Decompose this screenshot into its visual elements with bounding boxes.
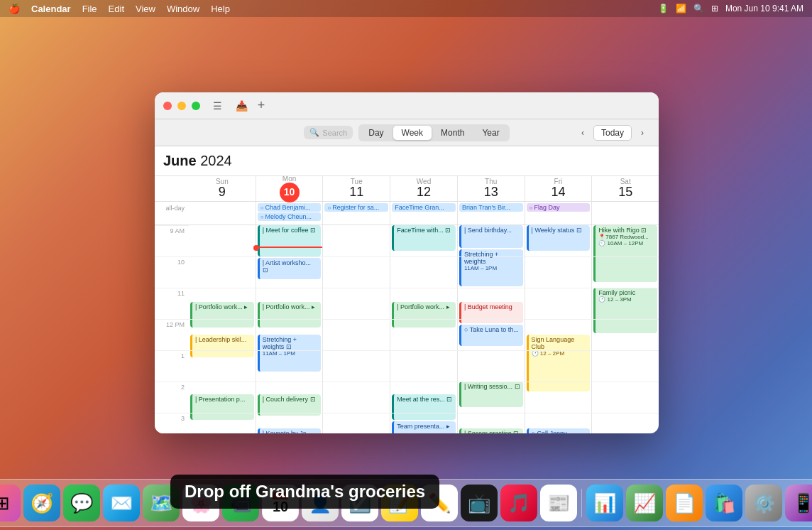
day-num-thu: 13: [484, 185, 498, 200]
event-sun-presentation[interactable]: | Presentation p...: [190, 394, 254, 420]
event-sat-hike[interactable]: Hike with Rigo ⊡ 📍7867 Redwood... 🕙 10AM…: [593, 225, 657, 282]
allday-event-brian[interactable]: Brian Tran's Bir...: [459, 203, 523, 212]
event-fri-weekly[interactable]: | Weekly status ⊡: [527, 225, 591, 251]
tab-day[interactable]: Day: [360, 126, 392, 140]
allday-event-register[interactable]: Register for sa...: [324, 203, 388, 212]
event-thu-budget[interactable]: | Budget meeting: [459, 302, 523, 323]
day-header-fri: Fri 14: [525, 176, 593, 201]
event-sat-picnic[interactable]: Family picnic 🕐 12 – 3PM: [593, 288, 657, 333]
messages-icon[interactable]: 💬: [63, 485, 100, 521]
menubar-control-center[interactable]: ⊞: [711, 4, 718, 13]
safari-icon[interactable]: 🧭: [23, 485, 60, 521]
event-label: | Portfolio work... ▸: [195, 303, 251, 310]
news-icon[interactable]: 📰: [540, 485, 577, 521]
music-icon[interactable]: 🎵: [500, 485, 537, 521]
iphone-icon[interactable]: 📱: [785, 485, 812, 521]
menu-help[interactable]: Help: [211, 4, 230, 14]
allday-event-facetime[interactable]: FaceTime Gran...: [392, 203, 456, 212]
menubar-search[interactable]: 🔍: [693, 4, 704, 13]
event-fri-jenny[interactable]: ○ Call Jenny: [527, 428, 591, 433]
allday-event-melody[interactable]: Melody Cheun...: [258, 212, 322, 221]
close-button[interactable]: [163, 102, 172, 110]
month-year: June 2024: [163, 153, 232, 169]
tab-week[interactable]: Week: [393, 126, 432, 140]
menu-window[interactable]: Window: [167, 4, 199, 14]
allday-sat: [592, 202, 659, 225]
prev-button[interactable]: ‹: [575, 125, 591, 141]
event-wed-meet[interactable]: Meet at the res... ⊡: [392, 394, 456, 420]
keynote-icon[interactable]: 📊: [586, 485, 623, 521]
sidebar-toggle[interactable]: ☰: [210, 99, 224, 113]
grid-col-thu: | Send birthday... Stretching + weights …: [458, 225, 525, 433]
appstore-icon[interactable]: 🛍️: [706, 485, 742, 521]
systemprefs-icon[interactable]: ⚙️: [745, 485, 782, 521]
add-event-button[interactable]: +: [254, 99, 268, 113]
event-thu-stretching[interactable]: Stretching + weights 11AM – 1PM: [459, 249, 523, 286]
launchpad-icon[interactable]: ⊞: [0, 485, 21, 521]
event-sub: 🕐 12 – 3PM: [598, 296, 654, 303]
day-num-tue: 11: [349, 185, 363, 200]
event-mon-couch[interactable]: | Couch delivery ⊡: [258, 394, 322, 416]
event-thu-soccer[interactable]: | Soccer practice ⊡: [459, 428, 523, 433]
time-12pm: 12 PM: [155, 319, 189, 350]
day-num-fri: 14: [551, 185, 565, 200]
toolbar: 🔍 Search Day Week Month Year ‹ Today ›: [155, 119, 659, 146]
time-11: 11: [155, 288, 189, 319]
tab-month[interactable]: Month: [432, 126, 473, 140]
event-label: Stretching + weights: [464, 251, 520, 265]
event-mon-keynote[interactable]: | Keynote by Ja... ⊡: [258, 428, 322, 433]
event-label: ○ Take Luna to th...: [464, 326, 520, 333]
menu-view[interactable]: View: [136, 4, 155, 14]
appletv-icon[interactable]: 📺: [461, 485, 498, 521]
minimize-button[interactable]: [177, 102, 186, 110]
event-label: ○ Call Jenny: [532, 430, 588, 433]
event-fri-signlang[interactable]: Sign Language Club 🕐 12 – 2PM: [527, 335, 591, 391]
day-num-sat: 15: [618, 185, 632, 200]
tab-year[interactable]: Year: [473, 126, 508, 140]
event-label: | Couch delivery ⊡: [263, 396, 319, 403]
allday-event-flagday[interactable]: Flag Day: [527, 203, 591, 212]
event-mon-portfolio[interactable]: | Portfolio work... ▸: [258, 302, 322, 328]
pages-icon[interactable]: 📄: [666, 485, 703, 521]
search-bar[interactable]: 🔍 Search: [304, 126, 353, 139]
header-gutter: [155, 176, 189, 201]
event-wed-team[interactable]: Team presenta... ▸: [392, 421, 456, 433]
event-label: | Send birthday...: [464, 227, 520, 234]
dock-separator: [581, 489, 582, 517]
event-label: FaceTime with... ⊡: [397, 227, 453, 234]
grid-col-fri: | Weekly status ⊡ Sign Language Club 🕐 1…: [525, 225, 593, 433]
event-mon-stretching[interactable]: Stretching + weights ⊡ 11AM – 1PM: [258, 335, 322, 372]
event-sun-leadership[interactable]: | Leadership skil...: [190, 335, 254, 357]
allday-thu: Brian Tran's Bir...: [458, 202, 525, 225]
allday-event-chad[interactable]: Chad Benjami...: [258, 203, 322, 212]
app-name[interactable]: Calendar: [31, 4, 71, 14]
day-headers: Sun 9 Mon 10 Tue 11 Wed 12: [155, 176, 659, 202]
event-thu-birthday[interactable]: | Send birthday...: [459, 225, 523, 248]
event-sub: 11AM – 1PM: [464, 265, 520, 271]
time-area[interactable]: 9 AM 10 11 12 PM 1 2 3 4 5 6 7 8: [155, 225, 659, 433]
menu-file[interactable]: File: [82, 4, 97, 14]
apple-menu[interactable]: 🍎: [9, 4, 20, 14]
event-mon-artist[interactable]: | Artist worksho... ⊡: [258, 258, 322, 279]
event-label: Family picnic: [598, 289, 654, 296]
event-label: Sign Language Club: [532, 336, 588, 350]
event-thu-writing[interactable]: | Writing sessio... ⊡: [459, 382, 523, 407]
event-mon-coffee[interactable]: | Meet for coffee ⊡: [258, 225, 322, 256]
time-1: 1: [155, 350, 189, 382]
event-wed-portfolio[interactable]: | Portfolio work... ▸: [392, 302, 456, 328]
inbox-button[interactable]: 📥: [234, 99, 248, 113]
event-sun-portfolio[interactable]: | Portfolio work... ▸: [190, 302, 254, 328]
event-label: | Artist worksho... ⊡: [263, 259, 319, 274]
today-button[interactable]: Today: [593, 125, 632, 141]
event-label: | Meet for coffee ⊡: [263, 227, 319, 234]
grid-col-mon: | Meet for coffee ⊡ | Artist worksho... …: [256, 225, 324, 433]
allday-label: all-day: [155, 202, 189, 225]
event-thu-luna[interactable]: ○ Take Luna to th...: [459, 325, 523, 346]
year-label: 2024: [200, 153, 232, 168]
mail-icon[interactable]: ✉️: [103, 485, 140, 521]
next-button[interactable]: ›: [635, 125, 650, 141]
numbers-icon[interactable]: 📈: [626, 485, 663, 521]
menu-edit[interactable]: Edit: [109, 4, 124, 14]
event-wed-facetime[interactable]: FaceTime with... ⊡: [392, 225, 456, 251]
fullscreen-button[interactable]: [192, 102, 200, 110]
